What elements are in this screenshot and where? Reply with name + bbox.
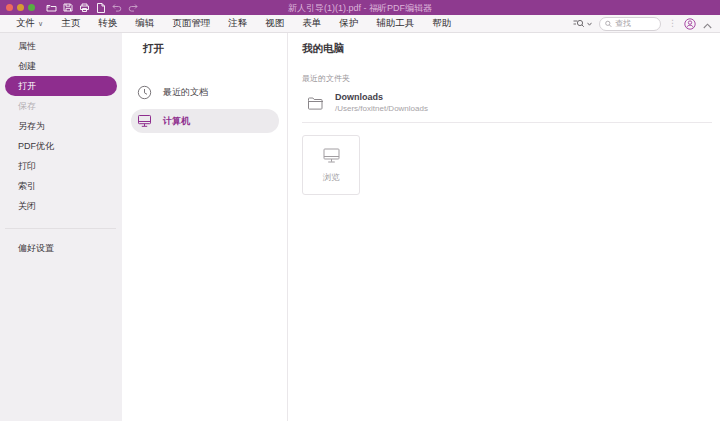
more-dots-icon[interactable]: ⋮	[668, 19, 677, 28]
sidebar-item-print[interactable]: 打印	[0, 156, 122, 176]
clock-icon	[137, 85, 152, 100]
search-icon	[605, 20, 612, 28]
sidebar-item-index[interactable]: 索引	[0, 176, 122, 196]
backstage-view: 属性 创建 打开 保存 另存为 PDF优化 打印 索引 关闭 偏好设置 打开 最…	[0, 33, 720, 421]
list-item-label: 计算机	[163, 115, 190, 128]
sidebar-item-create[interactable]: 创建	[0, 56, 122, 76]
app-window: 新人引导(1)(1).pdf - 福昕PDF编辑器 文件∨ 主页 转换 编辑 页…	[0, 0, 720, 421]
list-item-computer[interactable]: 计算机	[131, 109, 279, 133]
sidebar-item-open[interactable]: 打开	[5, 76, 117, 96]
sidebar-item-close[interactable]: 关闭	[0, 196, 122, 216]
menu-edit[interactable]: 编辑	[126, 17, 163, 30]
menu-form[interactable]: 表单	[293, 17, 330, 30]
sidebar-divider	[5, 228, 116, 229]
sidebar-item-preferences[interactable]: 偏好设置	[0, 238, 122, 258]
my-computer-panel: 我的电脑 最近的文件夹 Downloads /Users/foxitnet/Do…	[288, 33, 720, 421]
browse-button[interactable]: 浏览	[302, 135, 360, 195]
monitor-icon	[322, 147, 341, 164]
menu-accessibility[interactable]: 辅助工具	[367, 17, 423, 30]
find-search-field[interactable]	[599, 17, 661, 31]
open-location-list: 最近的文档 计算机	[122, 80, 287, 133]
menu-view[interactable]: 视图	[256, 17, 293, 30]
window-title: 新人引导(1)(1).pdf - 福昕PDF编辑器	[0, 2, 720, 15]
menu-help[interactable]: 帮助	[423, 17, 460, 30]
folder-icon	[307, 96, 324, 111]
find-replace-button[interactable]	[573, 18, 592, 29]
sidebar-item-save: 保存	[0, 96, 122, 116]
folder-info: Downloads /Users/foxitnet/Downloads	[335, 92, 428, 114]
recent-folder-row[interactable]: Downloads /Users/foxitnet/Downloads	[302, 90, 712, 123]
menu-home[interactable]: 主页	[52, 17, 89, 30]
my-computer-title: 我的电脑	[302, 42, 712, 56]
menu-page-organize[interactable]: 页面管理	[163, 17, 219, 30]
caret-down-icon	[587, 22, 592, 26]
computer-icon	[137, 114, 152, 128]
menu-comment[interactable]: 注释	[219, 17, 256, 30]
file-sidebar: 属性 创建 打开 保存 另存为 PDF优化 打印 索引 关闭 偏好设置	[0, 33, 122, 421]
folder-path: /Users/foxitnet/Downloads	[335, 104, 428, 114]
chevron-up-icon	[703, 23, 712, 29]
menubar-right-tools: ⋮	[573, 15, 712, 33]
sidebar-item-save-as[interactable]: 另存为	[0, 116, 122, 136]
menubar: 文件∨ 主页 转换 编辑 页面管理 注释 视图 表单 保护 辅助工具 帮助 ⋮	[0, 15, 720, 33]
chevron-down-icon: ∨	[38, 20, 43, 28]
account-button[interactable]	[684, 18, 696, 30]
recent-folders-label: 最近的文件夹	[302, 73, 712, 84]
list-item-recent-documents[interactable]: 最近的文档	[131, 80, 279, 104]
sidebar-item-pdf-optimize[interactable]: PDF优化	[0, 136, 122, 156]
menu-protect[interactable]: 保护	[330, 17, 367, 30]
find-replace-icon	[573, 18, 585, 29]
account-icon	[684, 18, 696, 30]
sidebar-item-properties[interactable]: 属性	[0, 36, 122, 56]
browse-label: 浏览	[323, 172, 340, 184]
open-panel-title: 打开	[122, 42, 287, 56]
titlebar: 新人引导(1)(1).pdf - 福昕PDF编辑器	[0, 0, 720, 15]
collapse-toolbar-button[interactable]	[703, 15, 712, 33]
search-input[interactable]	[615, 19, 655, 28]
menu-convert[interactable]: 转换	[89, 17, 126, 30]
menu-file[interactable]: 文件∨	[7, 17, 52, 30]
list-item-label: 最近的文档	[163, 86, 208, 99]
folder-name: Downloads	[335, 92, 428, 104]
open-panel: 打开 最近的文档 计算机	[122, 33, 288, 421]
